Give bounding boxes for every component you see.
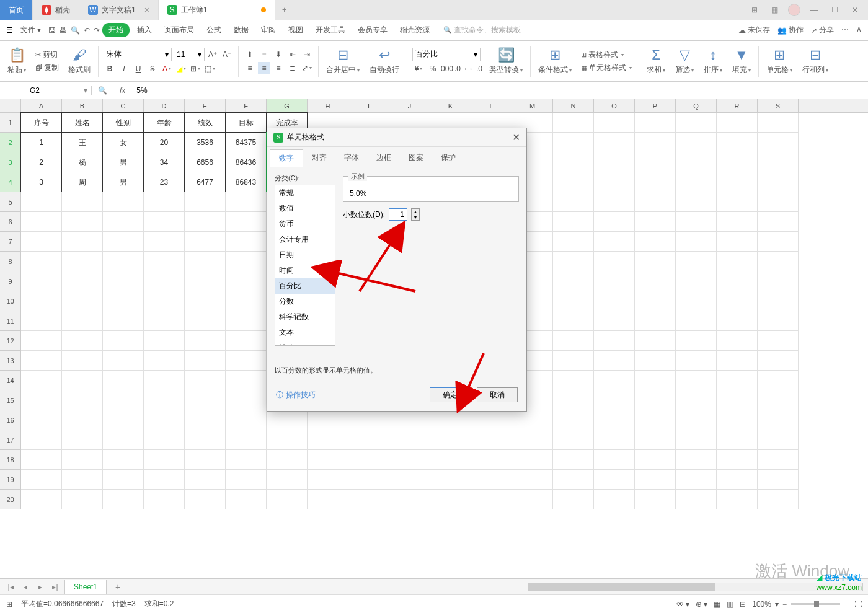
collapse-icon[interactable]: ∧ bbox=[856, 25, 862, 35]
cell[interactable] bbox=[430, 490, 471, 509]
cell[interactable] bbox=[553, 192, 594, 212]
cell[interactable] bbox=[717, 470, 758, 490]
cell[interactable] bbox=[758, 271, 799, 291]
cell[interactable]: 20 bbox=[143, 132, 185, 152]
col-header[interactable]: F bbox=[226, 99, 267, 112]
cell[interactable] bbox=[676, 291, 717, 311]
zoom-in-icon[interactable]: + bbox=[844, 600, 848, 609]
cell[interactable] bbox=[553, 113, 594, 133]
cell[interactable] bbox=[62, 232, 103, 252]
align-center-icon[interactable]: ≡ bbox=[258, 62, 270, 74]
cell[interactable] bbox=[635, 410, 676, 430]
cell[interactable] bbox=[389, 490, 430, 509]
cell[interactable] bbox=[717, 152, 758, 172]
cell[interactable] bbox=[226, 450, 267, 470]
cell[interactable] bbox=[144, 450, 185, 470]
cell[interactable]: 34 bbox=[143, 152, 185, 172]
cell[interactable] bbox=[267, 430, 308, 450]
cancel-button[interactable]: 取消 bbox=[477, 387, 518, 402]
cell[interactable] bbox=[185, 490, 226, 509]
dialog-tab[interactable]: 图案 bbox=[400, 149, 432, 167]
cell[interactable] bbox=[21, 450, 62, 470]
cell[interactable] bbox=[267, 450, 308, 470]
close-button[interactable]: ✕ bbox=[848, 3, 862, 17]
cell[interactable] bbox=[185, 232, 226, 252]
cell[interactable]: 性别 bbox=[102, 112, 144, 133]
cell[interactable] bbox=[758, 232, 799, 252]
category-item[interactable]: 特殊 bbox=[275, 340, 335, 346]
cell[interactable] bbox=[348, 410, 389, 430]
tile-icon[interactable]: ⊞ bbox=[748, 3, 761, 17]
indent-inc-icon[interactable]: ⇥ bbox=[301, 48, 313, 61]
cell[interactable] bbox=[103, 490, 144, 509]
cell[interactable] bbox=[758, 470, 799, 490]
col-header[interactable]: L bbox=[471, 99, 512, 112]
cell[interactable] bbox=[758, 430, 799, 450]
row-header[interactable]: 6 bbox=[0, 212, 21, 232]
cell[interactable] bbox=[103, 271, 144, 291]
cell[interactable] bbox=[635, 152, 676, 172]
cell[interactable] bbox=[553, 232, 594, 252]
cell[interactable] bbox=[471, 490, 512, 509]
cell[interactable] bbox=[62, 470, 103, 490]
cell[interactable] bbox=[185, 410, 226, 430]
cell[interactable]: 6656 bbox=[184, 152, 226, 172]
cell[interactable] bbox=[308, 430, 348, 450]
cell[interactable] bbox=[389, 470, 430, 490]
cell[interactable] bbox=[676, 172, 717, 192]
category-item[interactable]: 分数 bbox=[275, 294, 335, 309]
cell[interactable] bbox=[635, 371, 676, 390]
cell[interactable] bbox=[676, 212, 717, 232]
cell[interactable] bbox=[389, 410, 430, 430]
cell[interactable] bbox=[553, 152, 594, 172]
cell[interactable]: 周 bbox=[61, 172, 103, 192]
dialog-tab[interactable]: 字体 bbox=[335, 149, 368, 167]
save-icon[interactable]: 🖫 bbox=[48, 26, 56, 35]
cell[interactable] bbox=[62, 331, 103, 351]
fx-icon[interactable]: fx bbox=[113, 86, 131, 95]
row-header[interactable]: 18 bbox=[0, 450, 21, 470]
cell[interactable] bbox=[758, 291, 799, 311]
cell[interactable] bbox=[553, 371, 594, 390]
cell[interactable] bbox=[717, 212, 758, 232]
edit-mode-icon[interactable]: ⊕ ▾ bbox=[696, 600, 707, 609]
cell[interactable] bbox=[185, 311, 226, 331]
cell[interactable] bbox=[717, 450, 758, 470]
cell[interactable] bbox=[185, 430, 226, 450]
cell[interactable] bbox=[226, 390, 267, 410]
cell[interactable] bbox=[594, 113, 635, 133]
format-painter-button[interactable]: 🖌格式刷 bbox=[66, 46, 93, 76]
cell[interactable] bbox=[471, 450, 512, 470]
number-format-combo[interactable]: 百分比▾ bbox=[412, 48, 480, 61]
ok-button[interactable]: 确定 bbox=[430, 387, 471, 402]
cell[interactable] bbox=[758, 192, 799, 212]
cell[interactable] bbox=[717, 331, 758, 351]
row-header[interactable]: 1 bbox=[0, 113, 21, 133]
menu-icon[interactable]: ☰ bbox=[6, 26, 13, 35]
cell[interactable] bbox=[553, 212, 594, 232]
tab-app-3[interactable]: S 工作簿1 bbox=[159, 0, 275, 20]
cell[interactable] bbox=[594, 371, 635, 390]
cell[interactable] bbox=[594, 212, 635, 232]
cell[interactable] bbox=[594, 232, 635, 252]
cell[interactable] bbox=[21, 410, 62, 430]
row-header[interactable]: 13 bbox=[0, 351, 21, 371]
cell[interactable] bbox=[553, 410, 594, 430]
cell[interactable] bbox=[144, 232, 185, 252]
col-header[interactable]: D bbox=[144, 99, 185, 112]
cell[interactable] bbox=[676, 470, 717, 490]
cell[interactable] bbox=[553, 252, 594, 271]
cell[interactable]: 1 bbox=[20, 132, 62, 152]
undo-icon[interactable]: ↶ bbox=[84, 26, 90, 35]
cell[interactable] bbox=[594, 252, 635, 271]
cell[interactable] bbox=[103, 371, 144, 390]
col-header[interactable]: G bbox=[267, 99, 308, 112]
cell[interactable] bbox=[430, 470, 471, 490]
name-box[interactable]: ▾ bbox=[0, 86, 92, 95]
cell[interactable] bbox=[62, 371, 103, 390]
sheet-nav-last[interactable]: ▸| bbox=[50, 583, 61, 591]
dialog-tab[interactable]: 边框 bbox=[368, 149, 400, 167]
border-icon[interactable]: ⊞ bbox=[189, 63, 202, 75]
col-header[interactable]: J bbox=[389, 99, 430, 112]
cell[interactable] bbox=[553, 470, 594, 490]
